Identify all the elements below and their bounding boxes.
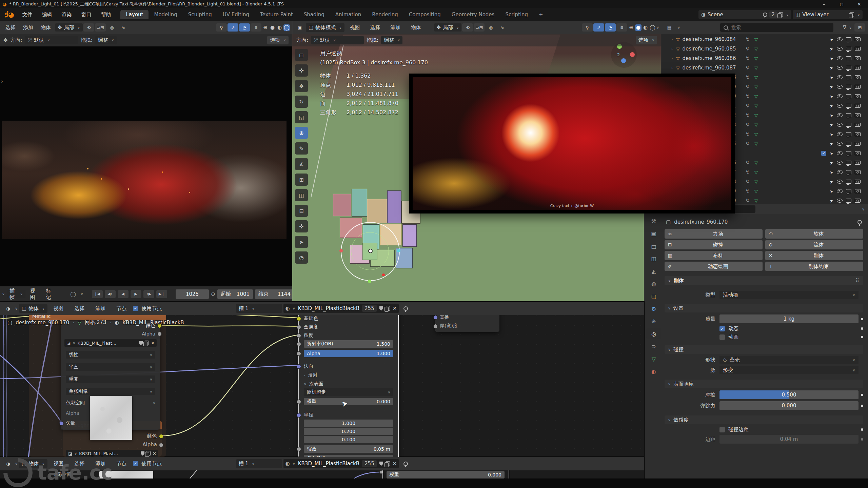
disable-render-icon[interactable]: [855, 132, 861, 136]
disable-viewport-icon[interactable]: [846, 180, 851, 184]
disable-viewport-icon[interactable]: [846, 85, 851, 89]
settings-subpanel-header[interactable]: ∨设置: [665, 304, 863, 312]
gizmo-toggle-icon[interactable]: ⚲: [582, 23, 593, 32]
tab-tool[interactable]: ⚒: [646, 216, 661, 226]
workspace-tab-modeling[interactable]: Modeling: [149, 10, 182, 19]
copy-scene-icon[interactable]: [779, 12, 783, 17]
tool-transform[interactable]: ⊕: [295, 127, 308, 139]
material-name[interactable]: KB3D_MIL_PlasticBlackB: [298, 305, 359, 311]
overlays-toggle-icon[interactable]: ↗: [593, 23, 604, 32]
outliner-row[interactable]: › ▽ desirefx.me_960.084 ↯ ▽ ➤: [661, 35, 868, 44]
material-selector[interactable]: ◐∨ KB3D_MIL_PlasticBlackB 255 ✕: [283, 304, 399, 313]
hide-viewport-icon[interactable]: [837, 37, 843, 41]
filter-icon[interactable]: ∇: [843, 24, 846, 30]
menu-view[interactable]: 视图: [49, 305, 68, 312]
disable-viewport-icon[interactable]: [846, 151, 851, 155]
play-button[interactable]: ▶: [131, 290, 141, 298]
image-selector[interactable]: ◪∨ KB3D_MIL_Plast... ✕: [66, 450, 158, 457]
animate-dot-icon[interactable]: [861, 405, 863, 407]
hide-viewport-icon[interactable]: [837, 170, 843, 174]
workspace-tab-compositing[interactable]: Compositing: [403, 10, 446, 19]
normal-socket[interactable]: [297, 364, 301, 369]
workspace-tab-sculpting[interactable]: Sculpting: [183, 10, 217, 19]
sensitivity-subpanel-header[interactable]: ∨敏感度: [665, 415, 863, 424]
metallic-socket[interactable]: [297, 325, 301, 329]
disable-render-icon[interactable]: [855, 113, 861, 117]
maximize-button[interactable]: ▢: [833, 0, 850, 8]
hide-viewport-icon[interactable]: [837, 161, 843, 165]
add-workspace-button[interactable]: +: [533, 10, 549, 19]
selectable-icon[interactable]: ➤: [829, 103, 834, 108]
gizmo-toggle-icon[interactable]: ⚲: [216, 23, 227, 32]
disable-render-icon[interactable]: [855, 66, 861, 70]
disable-render-icon[interactable]: [855, 161, 861, 165]
mass-field[interactable]: 1 kg: [719, 314, 859, 323]
physics-toggle-button[interactable]: ✐ 动态绘画: [665, 262, 763, 271]
menu-help[interactable]: 帮助: [96, 12, 116, 18]
menu-select[interactable]: 选择: [70, 305, 90, 312]
orientation-value-dropdown[interactable]: ⤱默认: [25, 36, 78, 44]
shader-type-dropdown[interactable]: ▢物体: [19, 304, 47, 313]
disable-viewport-icon[interactable]: [846, 66, 851, 70]
material-users-badge[interactable]: 255: [362, 460, 377, 467]
tool-measure[interactable]: ∡: [295, 158, 308, 170]
expand-chevron-icon[interactable]: ›: [671, 56, 673, 61]
use-nodes-checkbox[interactable]: ✓: [133, 461, 138, 466]
tab-constraints[interactable]: ⊃: [646, 341, 661, 352]
editor-type-icon[interactable]: ▣: [294, 23, 305, 32]
tab-render[interactable]: ▣: [646, 228, 661, 239]
compositor-toggle-icon[interactable]: ⧈: [251, 23, 261, 32]
disable-render-icon[interactable]: [855, 75, 861, 79]
menu-add[interactable]: 添加: [386, 24, 406, 31]
editor-type-icon[interactable]: ▤: [664, 23, 675, 32]
workspace-tab-uvediting[interactable]: UV Editing: [217, 10, 255, 19]
rotate-gizmo[interactable]: [341, 222, 400, 281]
blender-menu-icon[interactable]: 🮲︎◕: [5, 11, 14, 19]
displacement-socket[interactable]: [433, 315, 438, 320]
shading-material-icon[interactable]: ◐: [276, 24, 283, 31]
source-dropdown[interactable]: 单张图像: [66, 388, 155, 395]
disable-render-icon[interactable]: [855, 180, 861, 184]
bounciness-field[interactable]: 0.000: [719, 401, 859, 410]
snap-target-icon[interactable]: ⊃⊞: [474, 23, 485, 32]
filter-options-chevron-icon[interactable]: ∨: [862, 207, 865, 211]
copy-material-icon[interactable]: [386, 461, 390, 466]
slot-dropdown[interactable]: 槽 1: [236, 459, 282, 468]
interpolation-dropdown[interactable]: 线性: [66, 351, 155, 359]
tab-output[interactable]: ▤: [646, 241, 661, 251]
shading-chevron-icon[interactable]: ∨: [656, 25, 659, 30]
selectable-icon[interactable]: ➤: [829, 65, 834, 70]
snap-icon[interactable]: ⟲: [83, 23, 94, 32]
hide-viewport-icon[interactable]: [837, 104, 843, 108]
hide-viewport-icon[interactable]: [837, 75, 843, 79]
selectable-icon[interactable]: ➤: [829, 179, 834, 184]
shading-wireframe-icon[interactable]: ⊕: [262, 24, 269, 31]
tool-cursor[interactable]: ✛: [295, 64, 308, 77]
tool-extra-3[interactable]: ✜: [295, 220, 308, 232]
selectable-icon[interactable]: ➤: [829, 198, 834, 203]
fake-user-shield-icon[interactable]: [379, 306, 383, 311]
alpha-output-socket[interactable]: [157, 332, 162, 336]
fake-user-shield-icon[interactable]: [141, 451, 144, 456]
selectable-icon[interactable]: ➤: [829, 150, 834, 156]
rigidbody-panel-header[interactable]: ∨刚体 ⠿: [665, 276, 863, 285]
image-selector[interactable]: ◪∨ KB3D_MIL_Plast... ✕: [64, 339, 157, 347]
selectable-icon[interactable]: ➤: [829, 74, 834, 80]
tab-physics[interactable]: ◎: [646, 328, 661, 339]
projection-dropdown[interactable]: 平直: [66, 363, 155, 371]
drag-value-dropdown[interactable]: 调整: [95, 36, 117, 44]
search-input[interactable]: [731, 24, 830, 30]
radius-y-field[interactable]: 0.200: [304, 428, 393, 435]
disable-render-icon[interactable]: [855, 56, 861, 60]
options-dropdown[interactable]: 选项: [267, 36, 289, 44]
snap-icon[interactable]: ⟲: [462, 23, 473, 32]
extension-dropdown[interactable]: 重复: [66, 375, 155, 383]
menu-node[interactable]: 节点: [112, 305, 132, 312]
subsurface-method-dropdown[interactable]: 随机游走: [304, 388, 393, 396]
pin-icon[interactable]: [403, 306, 408, 311]
pin-icon[interactable]: [763, 13, 767, 17]
shading-solid-icon[interactable]: ●: [269, 24, 276, 31]
options-dropdown[interactable]: 选项: [636, 36, 657, 44]
tab-object[interactable]: ▢: [646, 291, 661, 302]
menu-window[interactable]: 窗口: [76, 12, 96, 18]
